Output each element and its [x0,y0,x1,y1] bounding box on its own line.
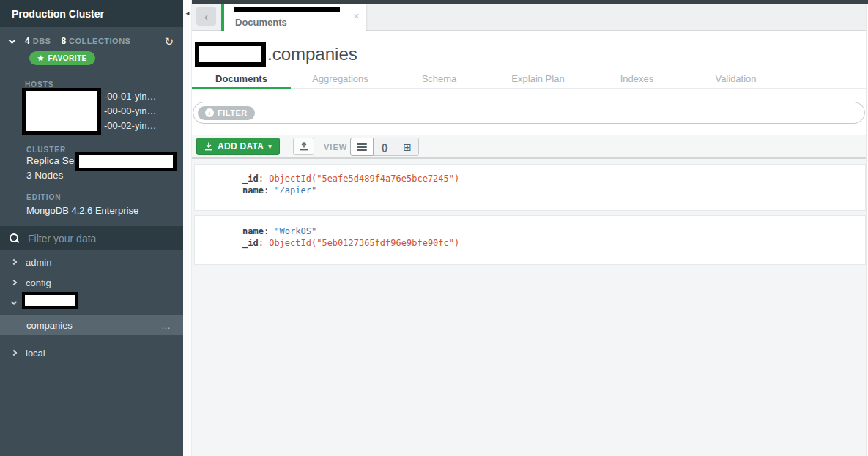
redaction-box-tab-title [234,7,340,12]
document-field: _id: ObjectId("5eafe5d489f4a76e5bce7245"… [242,173,459,184]
workspace-tab[interactable]: Documents × [221,4,366,31]
collection-count: 8 [61,36,66,46]
redaction-box-db [22,292,78,309]
previous-tab-button[interactable]: ‹ [196,7,216,26]
document-list: _id: ObjectId("5eafe5d489f4a76e5bce7245"… [192,159,866,456]
field-key: name [242,226,264,236]
redaction-box-cluster [75,152,177,171]
host-item: -00-02-yin… [104,120,157,131]
db-label: admin [26,257,51,268]
connection-title: Production Cluster [0,0,183,27]
documents-toolbar: ADD DATA ▾ VIEW {} ⊞ [192,135,866,159]
collection-label: companies [26,320,73,331]
refresh-icon[interactable]: ↻ [164,36,174,47]
collection-stat: 8 COLLECTIONS [61,36,130,46]
chevron-right-icon [11,280,17,285]
favorite-label: FAVORITE [48,54,86,62]
table-view-icon: ⊞ [403,141,412,153]
collection-view: .companies Documents Aggregations Schema… [192,31,866,456]
field-key: _id [242,238,259,248]
namespace-title: .companies [267,44,357,64]
chevron-right-icon [11,350,17,356]
sidebar: Production Cluster 4 DBS 8 COLLECTIONS ↻… [0,0,183,456]
sidebar-splitter[interactable]: ◄ [183,0,192,456]
export-icon [300,142,308,151]
document-card[interactable]: _id: ObjectId("5eafe5d489f4a76e5bce7245"… [194,164,866,211]
tab-documents[interactable]: Documents [192,70,291,88]
db-label: config [26,277,51,288]
cluster-stats-row: 4 DBS 8 COLLECTIONS ↻ [0,32,183,50]
redaction-box-hosts [22,88,101,135]
tab-schema[interactable]: Schema [390,70,489,88]
json-view-button[interactable]: {} [373,138,396,156]
cluster-type: Replica Se [26,155,74,166]
close-tab-icon[interactable]: × [353,10,360,21]
active-tab-underline [192,87,291,89]
edition-value: MongoDB 4.2.6 Enterprise [26,205,138,216]
chevron-down-icon [11,299,17,304]
collection-count-label: COLLECTIONS [69,37,130,45]
list-view-icon [357,143,367,151]
add-data-button[interactable]: ADD DATA ▾ [196,138,280,155]
cluster-section-label: CLUSTER [26,146,66,154]
chevron-down-icon[interactable] [9,37,16,44]
json-view-icon: {} [382,143,388,152]
redaction-box-namespace [195,42,266,67]
sidebar-item-admin[interactable]: admin [0,252,183,272]
filter-data-input[interactable] [28,233,174,244]
field-value: ObjectId("5eafe5d489f4a76e5bce7245") [269,173,459,184]
table-view-button[interactable]: ⊞ [396,138,419,156]
query-filter-input[interactable]: FILTER [193,102,865,124]
tab-explain-plan[interactable]: Explain Plan [489,70,587,88]
edition-section-label: EDITION [26,193,62,201]
field-separator: : [259,173,264,184]
field-value: "WorkOS" [274,226,316,236]
host-item: -00-01-yin… [104,91,157,102]
field-key: _id [242,173,259,184]
import-icon [204,142,213,151]
cluster-nodes: 3 Nodes [26,170,63,181]
sidebar-search [0,226,183,250]
field-value: ObjectId("5eb0127365fdf96e9bfe90fc") [269,238,459,248]
db-count-label: DBS [33,37,51,45]
tab-validation[interactable]: Validation [686,70,785,88]
collapse-sidebar-icon[interactable]: ◄ [185,10,190,17]
export-collection-button[interactable] [293,138,314,155]
document-field: name: "WorkOS" [242,226,316,236]
db-count: 4 [25,36,30,46]
view-switcher: {} ⊞ [350,138,419,156]
collection-tabs: Documents Aggregations Schema Explain Pl… [192,70,866,89]
db-label: local [26,348,45,359]
info-icon [205,108,214,117]
chevron-right-icon [11,259,17,265]
add-data-label: ADD DATA [218,141,264,152]
sidebar-item-local[interactable]: local [0,343,183,363]
compass-window: Production Cluster 4 DBS 8 COLLECTIONS ↻… [0,0,868,456]
field-key: name [242,185,264,195]
list-view-button[interactable] [350,138,374,156]
tab-indexes[interactable]: Indexes [587,70,686,88]
favorite-badge[interactable]: ★ FAVORITE [29,51,95,65]
sidebar-item-config[interactable]: config [0,272,183,293]
search-icon [10,233,20,244]
document-card[interactable]: name: "WorkOS" _id: ObjectId("5eb0127365… [194,215,866,265]
tab-aggregations[interactable]: Aggregations [291,70,390,88]
sidebar-item-companies[interactable]: companies … [0,315,183,335]
tab-subtitle: Documents [235,17,287,28]
field-separator: : [259,238,264,248]
filter-badge: FILTER [198,106,255,120]
view-label: VIEW [324,143,347,152]
field-value: "Zapier" [274,185,316,195]
filter-badge-label: FILTER [218,108,248,117]
caret-down-icon: ▾ [268,143,272,150]
host-item: -00-00-yin… [104,105,157,116]
db-stat: 4 DBS [25,36,51,46]
star-icon: ★ [37,54,44,62]
document-field: _id: ObjectId("5eb0127365fdf96e9bfe90fc"… [242,238,459,248]
more-options-icon[interactable]: … [161,320,171,331]
document-field: name: "Zapier" [242,185,316,195]
